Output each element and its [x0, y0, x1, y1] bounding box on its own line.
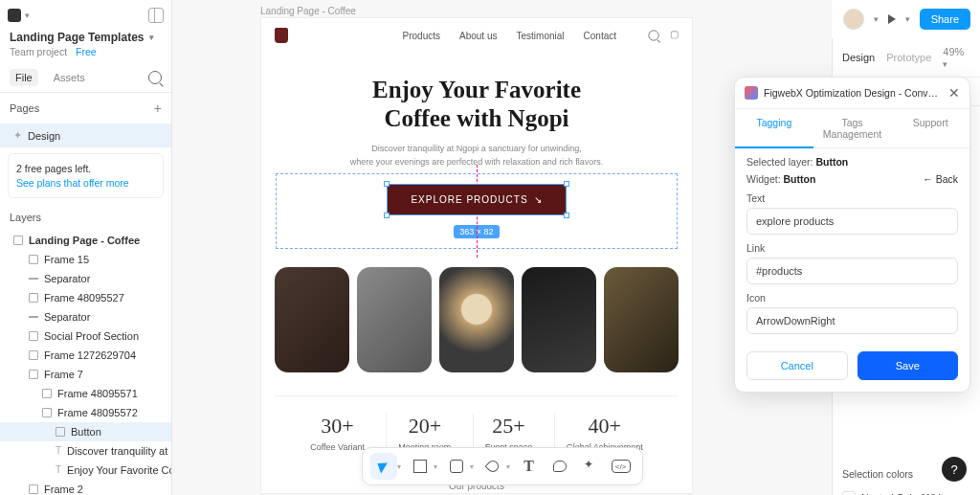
pages-header: Pages	[10, 102, 39, 114]
text-icon: T	[56, 446, 61, 456]
tab-design[interactable]: Design	[842, 52, 875, 63]
move-tool[interactable]	[370, 453, 397, 480]
layer-row[interactable]: TDiscover tranquility at Ngopi	[0, 441, 171, 461]
layer-row[interactable]: Landing Page - Coffee	[0, 231, 171, 250]
layer-row[interactable]: Separator	[0, 307, 171, 326]
tab-file[interactable]: File	[10, 69, 38, 86]
plugin-logo-icon	[745, 86, 758, 100]
layer-row[interactable]: Frame 7	[0, 365, 171, 384]
layer-label: Frame 48095527	[44, 292, 124, 304]
layer-label: Enjoy Your Favorite Coffee w	[67, 464, 171, 476]
hero-section: Enjoy Your FavoriteCoffee with Ngopi Dis…	[261, 53, 692, 256]
search-icon[interactable]	[148, 71, 162, 84]
stat-item: 20+Meeting room	[386, 414, 462, 452]
layer-row[interactable]: Frame 48095527	[0, 288, 171, 307]
zoom-level[interactable]: 49% ▾	[943, 46, 970, 69]
layer-row[interactable]: Button	[0, 422, 171, 441]
layer-row[interactable]: Frame 2	[0, 480, 171, 495]
actions-tool[interactable]	[577, 453, 604, 480]
upgrade-banner: 2 free pages left. See plans that offer …	[8, 153, 164, 198]
page-item-design[interactable]: ✦ Design	[0, 124, 171, 147]
banner-link[interactable]: See plans that offer more	[16, 177, 129, 189]
layers-tree: Landing Page - CoffeeFrame 15SeparatorFr…	[0, 231, 171, 495]
help-button[interactable]: ?	[942, 457, 967, 482]
resize-handle[interactable]	[384, 181, 390, 187]
dev-mode-toggle[interactable]: </>	[608, 453, 635, 480]
link-input[interactable]	[746, 258, 958, 284]
save-button[interactable]: Save	[858, 351, 959, 380]
gallery-image	[522, 267, 596, 372]
cta-button: EXPLORE PRODUCTS↘	[387, 184, 566, 215]
plugin-tab-support[interactable]: Support	[891, 109, 969, 147]
chevron-down-icon[interactable]: ▾	[470, 462, 474, 471]
plan-badge[interactable]: Free	[76, 46, 97, 57]
layer-label: Frame 48095571	[57, 388, 138, 399]
field-label: Text	[746, 192, 958, 204]
resize-handle[interactable]	[564, 213, 569, 218]
layers-header: Layers	[0, 204, 171, 231]
frame-icon	[29, 255, 38, 264]
layer-row[interactable]: Frame 48095571	[0, 384, 171, 403]
layer-row[interactable]: Frame 48095572	[0, 403, 171, 422]
frame-tool[interactable]	[407, 453, 434, 480]
frame-icon	[29, 370, 38, 379]
frame-icon	[42, 389, 52, 398]
layer-row[interactable]: TEnjoy Your Favorite Coffee w	[0, 461, 171, 480]
frame-icon	[13, 236, 23, 245]
share-button[interactable]: Share	[920, 9, 970, 30]
nav-link: Testimonial	[517, 31, 565, 41]
tab-prototype[interactable]: Prototype	[886, 52, 931, 63]
top-bar: ▾ ▾ Share	[834, 0, 980, 38]
chevron-down-icon[interactable]: ▾	[149, 33, 154, 42]
layer-row[interactable]: Frame 15	[0, 250, 171, 269]
chevron-down-icon[interactable]: ▾	[397, 462, 401, 471]
pen-tool[interactable]	[479, 453, 506, 480]
gallery-image	[604, 267, 679, 372]
gallery-image	[357, 267, 432, 372]
tab-assets[interactable]: Assets	[48, 69, 91, 86]
layer-label: Frame 1272629704	[44, 349, 136, 361]
file-title[interactable]: Landing Page Templates	[10, 31, 144, 44]
nav-link: Products	[403, 31, 440, 41]
avatar[interactable]	[843, 9, 864, 30]
text-input[interactable]	[746, 208, 958, 235]
plugin-title: FigwebX Optimization Design - Convert Fi…	[764, 87, 943, 99]
selected-node[interactable]: EXPLORE PRODUCTS↘ 363 × 82	[352, 184, 601, 238]
close-icon[interactable]: ✕	[948, 85, 960, 101]
text-icon: T	[523, 458, 534, 475]
chevron-down-icon[interactable]: ▾	[905, 14, 910, 24]
present-icon[interactable]	[888, 14, 896, 24]
add-page-icon[interactable]: +	[154, 101, 162, 116]
chevron-down-icon[interactable]: ▾	[874, 14, 879, 24]
frame-icon	[29, 293, 38, 303]
layer-row[interactable]: Frame 1272629704	[0, 346, 171, 365]
stat-item: 40+Global Achievement	[554, 414, 655, 452]
site-header: ProductsAbout usTestimonialContact ▢	[261, 18, 692, 53]
chevron-down-icon[interactable]: ▾	[506, 462, 510, 471]
layer-label: Landing Page - Coffee	[29, 235, 140, 246]
color-swatch-row[interactable]: Neutral Color/White	[833, 487, 980, 495]
resize-handle[interactable]	[564, 181, 569, 187]
plugin-tab-tags-mgmt[interactable]: Tags Management	[813, 109, 892, 147]
canvas[interactable]: Landing Page - Coffee ProductsAbout usTe…	[172, 0, 832, 495]
frame-icon	[29, 484, 38, 494]
icon-input[interactable]	[746, 307, 958, 334]
cancel-button[interactable]: Cancel	[746, 351, 848, 380]
text-icon: T	[56, 465, 61, 475]
cart-icon: ▢	[670, 29, 679, 42]
back-button[interactable]: ← Back	[923, 173, 958, 185]
canvas-frame-label[interactable]: Landing Page - Coffee	[260, 6, 356, 16]
text-tool[interactable]: T	[516, 453, 543, 480]
layer-row[interactable]: Social Proof Section	[0, 326, 171, 346]
panel-toggle-icon[interactable]	[148, 8, 164, 23]
rectangle-icon	[450, 460, 463, 473]
team-label[interactable]: Team project	[10, 46, 67, 57]
gallery-image	[439, 267, 514, 372]
plugin-tab-tagging[interactable]: Tagging	[735, 109, 813, 148]
comment-tool[interactable]	[546, 453, 573, 480]
resize-handle[interactable]	[384, 213, 390, 218]
shape-tool[interactable]	[443, 453, 470, 480]
chevron-down-icon[interactable]: ▾	[434, 462, 437, 471]
figma-menu[interactable]: ▾	[8, 9, 30, 22]
layer-row[interactable]: Separator	[0, 269, 171, 288]
